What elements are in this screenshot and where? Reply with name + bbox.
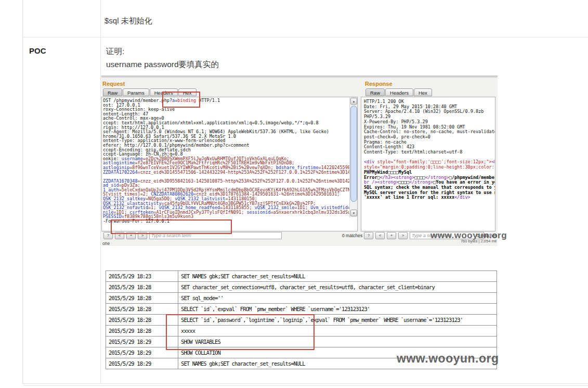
- scroll-up-icon[interactable]: ▲: [350, 98, 357, 105]
- annotation-box-post-body: [111, 219, 232, 234]
- log-row-sql: SET character_set_connection=utf8, chara…: [178, 282, 497, 293]
- request-raw-text[interactable]: OST /phpmywind/member.php?a=binding HTTP…: [103, 98, 358, 224]
- table-column-divider: [100, 0, 101, 384]
- log-row-time: 2015/5/29 18:23: [106, 271, 178, 282]
- vulnerability-report-page: $sql 未初始化 POC 证明: username password要填真实的…: [0, 0, 588, 388]
- log-row-time: 2015/5/29 18:28: [106, 282, 178, 293]
- request-raw-view[interactable]: OST /phpmywind/member.php?a=binding HTTP…: [101, 97, 358, 231]
- proof-note: username password要填真实的: [106, 59, 219, 70]
- response-tab-bar: Raw Headers Hex: [365, 88, 432, 96]
- request-tab-raw[interactable]: Raw: [103, 88, 122, 96]
- response-next-match-button[interactable]: >: [398, 232, 408, 239]
- table-bottom-border: [22, 383, 588, 384]
- response-add-filter-button[interactable]: +: [387, 232, 396, 239]
- log-row-time: 2015/5/29 18:29: [106, 358, 178, 369]
- annotation-box-injected-sql: [166, 314, 315, 350]
- screenshot-top-edge: [101, 75, 498, 77]
- request-match-count: 0 matches: [342, 233, 362, 238]
- log-row-sql: SELECT `id`,`expval` FROM `pmw_member` W…: [178, 304, 497, 315]
- scroll-down-icon[interactable]: ▼: [350, 210, 357, 216]
- log-row-sql: SET NAMES gbk;SET character_set_results=…: [178, 271, 497, 282]
- table-row: 2015/5/29 18:28SET sql_mode='': [106, 293, 497, 304]
- request-scrollbar[interactable]: ▲ ▼: [349, 98, 357, 217]
- table-row: 2015/5/29 18:23SET NAMES gbk;SET charact…: [106, 271, 497, 282]
- log-row-sql: SET sql_mode='': [178, 293, 497, 304]
- sql-uninitialized-text: $sql 未初始化: [104, 16, 152, 26]
- proof-heading: 证明:: [106, 46, 124, 57]
- table-row: 2015/5/29 18:28SET character_set_connect…: [106, 282, 497, 293]
- response-help-button[interactable]: ?: [364, 232, 373, 239]
- response-tab-headers[interactable]: Headers: [385, 88, 413, 96]
- scroll-thumb[interactable]: [350, 106, 357, 202]
- response-tab-raw[interactable]: Raw: [365, 88, 385, 96]
- wooyun-watermark-upper: www.wooyun.org: [430, 230, 507, 241]
- request-panel-title: Request: [102, 81, 125, 87]
- response-raw-view[interactable]: HTTP/1.1 200 OKDate: Fri, 29 May 2015 10…: [361, 97, 495, 231]
- wooyun-watermark-lower: www.wooyun.org: [397, 352, 499, 366]
- log-row-time: 2015/5/29 18:28: [106, 304, 178, 315]
- response-prev-match-button[interactable]: <: [375, 232, 385, 239]
- request-tab-params[interactable]: Params: [123, 88, 149, 96]
- table-row: 2015/5/29 18:28SELECT `id`,`expval` FROM…: [106, 304, 497, 315]
- log-row-time: 2015/5/29 18:28: [106, 293, 178, 304]
- response-panel-title: Response: [365, 81, 393, 87]
- response-tab-hex[interactable]: Hex: [414, 88, 432, 96]
- burp-suite-screenshot: Request Raw Params Headers Hex OST /phpm…: [101, 75, 498, 246]
- table-row-divider: [22, 37, 588, 37]
- poc-row-label: POC: [29, 46, 46, 55]
- response-raw-text[interactable]: HTTP/1.1 200 OKDate: Fri, 29 May 2015 10…: [364, 99, 495, 200]
- next-row-border: [22, 385, 588, 386]
- annotation-box-binding-param: [162, 92, 200, 108]
- request-done-label: one: [102, 241, 110, 246]
- table-border-left: [22, 0, 23, 384]
